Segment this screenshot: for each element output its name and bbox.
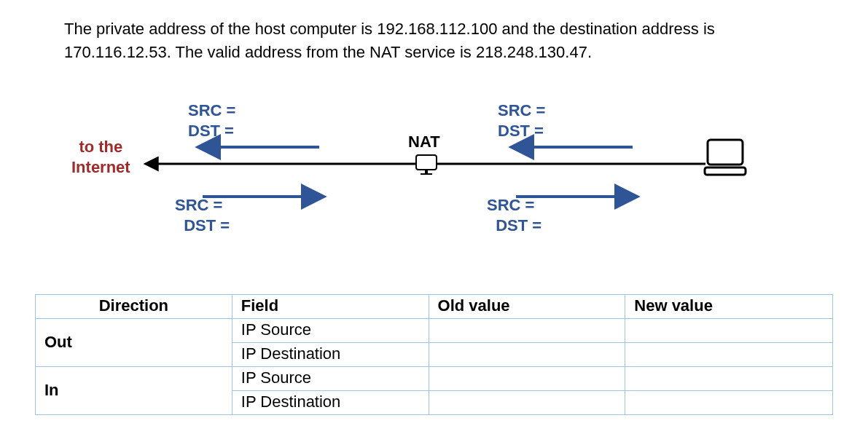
cell-new [625, 391, 833, 415]
nat-device-icon [416, 155, 437, 174]
cell-direction-in: In [36, 367, 232, 415]
col-header-direction: Direction [36, 295, 232, 319]
intro-paragraph: The private address of the host computer… [64, 17, 793, 64]
nat-table: Direction Field Old value New value Out … [35, 294, 833, 415]
cell-direction-out: Out [36, 319, 232, 367]
cell-new [625, 343, 833, 367]
cell-old [429, 367, 625, 391]
cell-field: IP Source [232, 367, 429, 391]
cell-field: IP Source [232, 319, 429, 343]
cell-new [625, 319, 833, 343]
cell-old [429, 343, 625, 367]
svg-rect-4 [705, 167, 746, 175]
col-header-field: Field [232, 295, 429, 319]
svg-rect-1 [425, 170, 428, 173]
cell-new [625, 367, 833, 391]
svg-rect-0 [416, 155, 437, 170]
cell-old [429, 391, 625, 415]
table-row: Out IP Source [36, 319, 833, 343]
cell-field: IP Destination [232, 391, 429, 415]
cell-field: IP Destination [232, 343, 429, 367]
col-header-new: New value [625, 295, 833, 319]
table-row: In IP Source [36, 367, 833, 391]
diagram-svg [64, 95, 756, 262]
cell-old [429, 319, 625, 343]
computer-icon [705, 140, 746, 175]
table-header-row: Direction Field Old value New value [36, 295, 833, 319]
col-header-old: Old value [429, 295, 625, 319]
nat-diagram: to the Internet NAT SRC = DST = SRC = DS… [64, 95, 756, 262]
page-root: The private address of the host computer… [0, 0, 868, 442]
svg-rect-3 [708, 140, 743, 165]
